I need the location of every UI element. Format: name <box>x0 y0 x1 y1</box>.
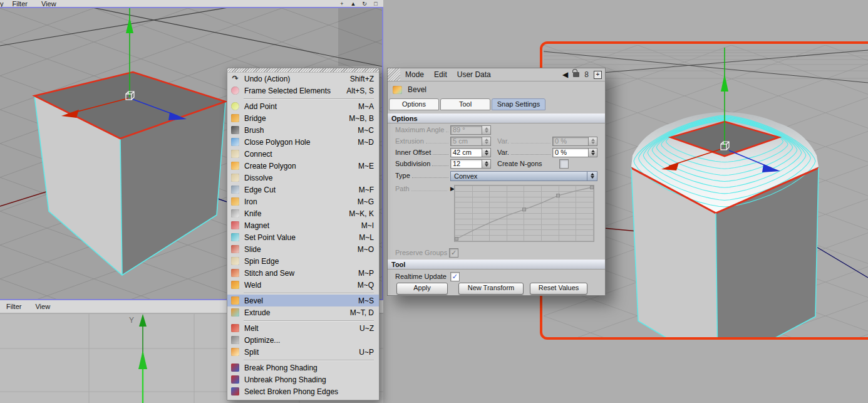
menu-item-label: Connect <box>244 150 374 159</box>
menu-item-label: Dissolve <box>244 174 374 182</box>
inner-offset-var-input[interactable]: 0 % <box>552 148 588 157</box>
menu-grip-stripes[interactable] <box>227 68 379 73</box>
menu-item-bridge[interactable]: BridgeM~B, B <box>227 112 379 124</box>
sticky-mode-icon[interactable]: 8 <box>584 71 589 78</box>
menu-item-label: Bevel <box>244 296 358 305</box>
menu-item-magnet[interactable]: MagnetM~I <box>227 219 379 231</box>
viewport-menu-partial[interactable]: y <box>0 0 4 7</box>
new-panel-icon[interactable]: + <box>594 71 602 79</box>
menu-item-stitch-and-sew[interactable]: Stitch and SewM~P <box>227 267 379 279</box>
subdivision-input[interactable]: 12 <box>450 159 482 169</box>
reset-values-button[interactable]: Reset Values <box>530 283 587 295</box>
menu-item-frame-selected-elements[interactable]: Frame Selected ElementsAlt+S, S <box>227 85 379 97</box>
viewport-menu-view[interactable]: View <box>35 303 50 310</box>
menu-item-create-polygon[interactable]: Create PolygonM~E <box>227 160 379 172</box>
menu-item-optimize[interactable]: Optimize... <box>227 334 379 346</box>
zoom-icon[interactable]: ▲ <box>349 1 357 7</box>
menu-item-edge-cut[interactable]: Edge CutM~F <box>227 184 379 196</box>
inner-offset-label: Inner Offset <box>395 149 431 156</box>
subdivision-stepper[interactable] <box>482 159 491 169</box>
viewport-menu-filter[interactable]: Filter <box>13 0 28 7</box>
menu-separator <box>227 318 379 322</box>
menu-item-label: Optimize... <box>244 336 374 345</box>
menu-item-select-broken-phong-edges[interactable]: Select Broken Phong Edges <box>227 385 379 397</box>
spin-edge-icon <box>231 257 239 265</box>
type-dropdown-stepper[interactable] <box>587 171 597 181</box>
apply-button[interactable]: Apply <box>396 283 448 295</box>
inner-offset-var-stepper[interactable] <box>588 148 597 157</box>
magnet-icon <box>231 221 239 229</box>
menu-mode[interactable]: Mode <box>405 70 424 79</box>
menu-item-shortcut: M~F <box>359 186 374 194</box>
weld-icon <box>231 281 239 289</box>
menu-item-iron[interactable]: IronM~G <box>227 196 379 207</box>
menu-item-label: Magnet <box>244 221 361 230</box>
menu-item-shortcut: U~Z <box>359 324 374 333</box>
rotate-icon[interactable]: ↻ <box>361 1 368 7</box>
menu-edit[interactable]: Edit <box>434 70 447 79</box>
realtime-update-checkbox[interactable]: ✓ <box>450 272 460 281</box>
menu-item-connect[interactable]: Connect <box>227 148 379 160</box>
preserve-groups-label: Preserve Groups <box>395 249 447 256</box>
menu-item-shortcut: M~O <box>358 245 374 254</box>
path-label: Path <box>395 185 410 192</box>
menu-user-data[interactable]: User Data <box>457 70 491 79</box>
menu-item-label: Brush <box>244 126 358 135</box>
viewport-menu-view[interactable]: View <box>41 0 56 7</box>
menu-item-split[interactable]: SplitU~P <box>227 346 379 358</box>
menu-item-weld[interactable]: WeldM~Q <box>227 279 379 291</box>
close-polygon-hole-icon <box>231 138 239 146</box>
menu-item-spin-edge[interactable]: Spin Edge <box>227 255 379 267</box>
create-ngons-checkbox[interactable] <box>559 159 569 169</box>
new-transform-button[interactable]: New Transform <box>458 283 524 295</box>
menu-item-label: Undo (Action) <box>244 75 350 83</box>
maximize-icon[interactable]: □ <box>372 1 380 7</box>
type-dropdown[interactable]: Convex <box>450 171 597 181</box>
menu-separator <box>227 291 379 295</box>
menu-item-label: Bridge <box>244 114 349 123</box>
viewport-menu-filter[interactable]: Filter <box>6 303 21 310</box>
menu-item-extrude[interactable]: ExtrudeM~T, D <box>227 306 379 318</box>
menu-item-set-point-value[interactable]: Set Point ValueM~L <box>227 231 379 243</box>
extrusion-input: 5 cm <box>450 137 482 146</box>
menu-item-label: Close Polygon Hole <box>244 138 358 147</box>
menu-separator <box>227 97 379 100</box>
menu-item-shortcut: M~B, B <box>349 114 374 123</box>
menu-item-label: Set Point Value <box>244 233 359 242</box>
menu-item-label: Iron <box>244 197 358 206</box>
menu-item-undo[interactable]: ↷Undo (Action)Shift+Z <box>227 73 379 85</box>
menu-item-slide[interactable]: SlideM~O <box>227 243 379 255</box>
history-back-icon[interactable]: ◀ <box>562 70 568 79</box>
menu-item-brush[interactable]: BrushM~C <box>227 124 379 136</box>
menu-item-label: Weld <box>244 281 358 290</box>
menu-separator <box>227 358 379 362</box>
menu-item-add-point[interactable]: Add PointM~A <box>227 100 379 112</box>
extrusion-var-stepper <box>588 137 597 146</box>
menu-item-shortcut: M~K, K <box>349 209 374 218</box>
inner-offset-input[interactable]: 42 cm <box>450 148 482 157</box>
frame-selected-icon <box>231 86 239 95</box>
menu-item-shortcut: M~E <box>358 162 374 170</box>
menu-item-shortcut: M~A <box>358 102 374 111</box>
menu-item-close-polygon-hole[interactable]: Close Polygon HoleM~D <box>227 136 379 148</box>
menu-item-unbreak-phong-shading[interactable]: Unbreak Phong Shading <box>227 374 379 385</box>
menu-item-shortcut: Shift+Z <box>350 75 374 83</box>
tab-options[interactable]: Options <box>389 98 439 110</box>
tab-tool[interactable]: Tool <box>440 98 490 110</box>
menu-item-dissolve[interactable]: Dissolve <box>227 172 379 184</box>
inner-offset-stepper[interactable] <box>482 148 491 157</box>
tab-snap-settings[interactable]: Snap Settings <box>492 98 545 110</box>
extrusion-stepper <box>482 137 491 146</box>
menu-item-knife[interactable]: KnifeM~K, K <box>227 207 379 219</box>
path-curve-editor[interactable] <box>454 185 594 242</box>
pan-icon[interactable]: + <box>338 1 346 7</box>
lock-icon[interactable] <box>573 72 579 77</box>
connect-icon <box>231 150 239 158</box>
inner-offset-var-label: Var. <box>497 149 509 156</box>
menu-item-melt[interactable]: MeltU~Z <box>227 322 379 334</box>
menu-item-break-phong-shading[interactable]: Break Phong Shading <box>227 362 379 374</box>
menu-item-bevel[interactable]: BevelM~S <box>227 295 379 306</box>
panel-grip-stripes[interactable] <box>388 68 400 81</box>
menu-item-label: Split <box>244 348 359 357</box>
cinema4d-workspace: { "left_viewport": { "menu": ["y", "Filt… <box>0 0 868 403</box>
